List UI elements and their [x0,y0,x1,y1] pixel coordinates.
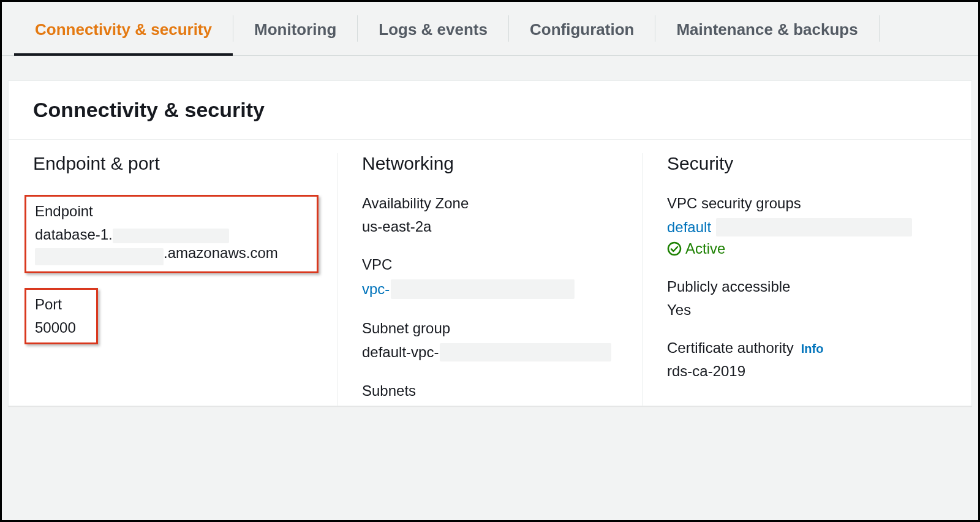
publicly-accessible-label: Publicly accessible [667,278,929,295]
endpoint-highlight-box: Endpoint database-1. .amazonaws.com [24,195,318,273]
publicly-accessible-field: Publicly accessible Yes [667,278,929,319]
column-endpoint-port: Endpoint & port Endpoint database-1. .am… [33,153,337,406]
port-highlight-box: Port 50000 [24,288,98,344]
vpc-link[interactable]: vpc- [362,281,390,298]
redacted-block [113,229,229,243]
publicly-accessible-value: Yes [667,301,929,319]
vpc-value: vpc- [362,279,624,299]
panel-title: Connectivity & security [33,98,947,122]
column-security: Security VPC security groups default Act… [642,153,947,406]
networking-heading: Networking [362,153,624,174]
subnet-group-field: Subnet group default-vpc- [362,320,624,361]
endpoint-suffix: .amazonaws.com [164,244,278,261]
subnet-group-value: default-vpc- [362,343,624,361]
endpoint-value: database-1. .amazonaws.com [35,226,308,265]
subnet-group-label: Subnet group [362,320,624,337]
certificate-authority-info-link[interactable]: Info [801,342,824,356]
certificate-authority-label: Certificate authority [667,339,794,357]
security-group-status: Active [667,240,929,257]
endpoint-label: Endpoint [35,203,308,220]
security-group-link[interactable]: default [667,219,711,236]
endpoint-port-heading: Endpoint & port [33,153,318,174]
vpc-label: VPC [362,256,624,273]
tab-separator [879,15,880,42]
tab-monitoring[interactable]: Monitoring [233,2,357,55]
security-heading: Security [667,153,929,174]
port-label: Port [35,296,88,313]
window-frame: Connectivity & security Monitoring Logs … [0,0,980,522]
vpc-field: VPC vpc- [362,256,624,299]
subnets-field: Subnets [362,382,624,399]
availability-zone-value: us-east-2a [362,218,624,235]
subnet-group-prefix: default-vpc- [362,344,439,361]
tab-connectivity-security[interactable]: Connectivity & security [14,2,233,55]
certificate-authority-value: rds-ca-2019 [667,363,929,380]
subnets-label: Subnets [362,382,624,399]
vpc-security-groups-value: default [667,218,929,236]
column-networking: Networking Availability Zone us-east-2a … [337,153,642,406]
vpc-security-groups-label: VPC security groups [667,195,929,212]
availability-zone-label: Availability Zone [362,195,624,212]
panel-header: Connectivity & security [9,81,971,140]
port-value: 50000 [35,319,88,336]
redacted-block [440,343,611,361]
panel-body: Endpoint & port Endpoint database-1. .am… [9,140,971,406]
tab-maintenance-backups[interactable]: Maintenance & backups [655,2,878,55]
certificate-authority-field: Certificate authority Info rds-ca-2019 [667,339,929,380]
tab-logs-events[interactable]: Logs & events [358,2,508,55]
vpc-security-groups-field: VPC security groups default Active [667,195,929,257]
svg-point-0 [668,243,680,255]
tab-configuration[interactable]: Configuration [509,2,655,55]
endpoint-prefix: database-1. [35,226,113,243]
connectivity-security-panel: Connectivity & security Endpoint & port … [8,80,972,406]
redacted-block [391,279,575,299]
security-group-status-text: Active [685,240,725,257]
redacted-block [716,218,912,236]
availability-zone-field: Availability Zone us-east-2a [362,195,624,235]
redacted-block [35,248,164,265]
tab-bar: Connectivity & security Monitoring Logs … [2,2,978,56]
check-circle-icon [667,241,682,256]
